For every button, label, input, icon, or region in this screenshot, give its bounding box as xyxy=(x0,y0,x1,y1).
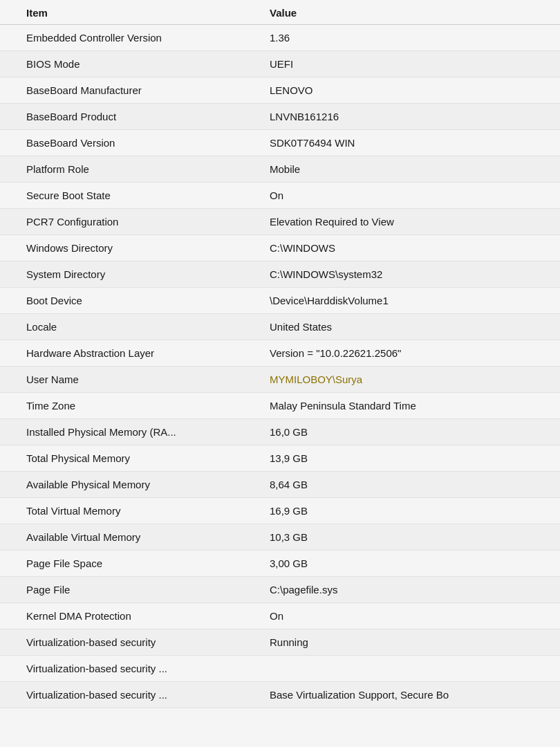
table-row: BaseBoard ManufacturerLENOVO xyxy=(0,77,560,104)
row-item-label: Hardware Abstraction Layer xyxy=(0,346,263,360)
row-item-label: Windows Directory xyxy=(0,241,263,255)
table-row: Platform RoleMobile xyxy=(0,156,560,183)
row-item-value: 10,3 GB xyxy=(263,530,560,544)
table-body: Embedded Controller Version1.36BIOS Mode… xyxy=(0,25,560,708)
row-item-value: LENOVO xyxy=(263,83,560,98)
table-row: Secure Boot StateOn xyxy=(0,183,560,209)
row-item-value: Base Virtualization Support, Secure Bo xyxy=(263,688,560,702)
row-item-label: Available Virtual Memory xyxy=(0,530,263,544)
row-item-label: Kernel DMA Protection xyxy=(0,609,263,623)
row-item-value: Elevation Required to View xyxy=(263,214,560,229)
table-row: Total Physical Memory13,9 GB xyxy=(0,445,560,472)
header-item: Item xyxy=(0,7,263,19)
table-row: Page File Space3,00 GB xyxy=(0,551,560,577)
table-row: System DirectoryC:\WINDOWS\system32 xyxy=(0,261,560,288)
row-item-label: Installed Physical Memory (RA... xyxy=(0,425,263,439)
row-item-label: Virtualization-based security ... xyxy=(0,661,263,676)
row-item-label: PCR7 Configuration xyxy=(0,214,263,229)
table-row: BaseBoard ProductLNVNB161216 xyxy=(0,104,560,130)
row-item-label: Virtualization-based security ... xyxy=(0,688,263,702)
table-row: Available Virtual Memory10,3 GB xyxy=(0,524,560,551)
table-row: Virtualization-based securityRunning xyxy=(0,629,560,656)
table-row: LocaleUnited States xyxy=(0,314,560,340)
row-item-label: Virtualization-based security xyxy=(0,635,263,649)
row-item-value: 8,64 GB xyxy=(263,477,560,492)
row-item-label: User Name xyxy=(0,372,263,387)
table-row: Page FileC:\pagefile.sys xyxy=(0,577,560,603)
table-header: Item Value xyxy=(0,0,560,25)
table-row: Virtualization-based security ...Base Vi… xyxy=(0,682,560,708)
row-item-value: United States xyxy=(263,320,560,334)
row-item-value: On xyxy=(263,609,560,623)
system-info-table: Item Value Embedded Controller Version1.… xyxy=(0,0,560,708)
row-item-value: 16,9 GB xyxy=(263,504,560,518)
row-item-label: Secure Boot State xyxy=(0,188,263,203)
table-row: PCR7 ConfigurationElevation Required to … xyxy=(0,209,560,235)
row-item-value: Running xyxy=(263,635,560,649)
table-row: Embedded Controller Version1.36 xyxy=(0,25,560,51)
row-item-label: Page File Space xyxy=(0,556,263,571)
table-row: Hardware Abstraction LayerVersion = "10.… xyxy=(0,340,560,367)
row-item-label: Total Virtual Memory xyxy=(0,504,263,518)
row-item-label: BIOS Mode xyxy=(0,57,263,71)
row-item-value: 1.36 xyxy=(263,30,560,45)
row-item-label: Platform Role xyxy=(0,162,263,176)
row-item-value: Version = "10.0.22621.2506" xyxy=(263,346,560,360)
row-item-value: C:\pagefile.sys xyxy=(263,582,560,597)
row-item-label: System Directory xyxy=(0,267,263,282)
table-row: User NameMYMILOBOY\Surya xyxy=(0,367,560,393)
table-row: Time ZoneMalay Peninsula Standard Time xyxy=(0,393,560,419)
table-row: BIOS ModeUEFI xyxy=(0,51,560,77)
row-item-label: BaseBoard Version xyxy=(0,136,263,150)
row-item-label: BaseBoard Product xyxy=(0,109,263,124)
row-item-value: UEFI xyxy=(263,57,560,71)
table-row: BaseBoard VersionSDK0T76494 WIN xyxy=(0,130,560,156)
row-item-value: 3,00 GB xyxy=(263,556,560,571)
row-item-value: LNVNB161216 xyxy=(263,109,560,124)
row-item-value: SDK0T76494 WIN xyxy=(263,136,560,150)
table-row: Boot Device\Device\HarddiskVolume1 xyxy=(0,288,560,314)
row-item-value: On xyxy=(263,188,560,203)
row-item-value: C:\WINDOWS\system32 xyxy=(263,267,560,282)
table-row: Total Virtual Memory16,9 GB xyxy=(0,498,560,524)
table-row: Windows DirectoryC:\WINDOWS xyxy=(0,235,560,261)
table-row: Virtualization-based security ... xyxy=(0,656,560,682)
row-item-label: Available Physical Memory xyxy=(0,477,263,492)
row-item-label: Time Zone xyxy=(0,398,263,413)
row-item-label: BaseBoard Manufacturer xyxy=(0,83,263,98)
row-item-label: Page File xyxy=(0,582,263,597)
row-item-label: Locale xyxy=(0,320,263,334)
table-row: Kernel DMA ProtectionOn xyxy=(0,603,560,629)
row-item-value: Malay Peninsula Standard Time xyxy=(263,398,560,413)
row-item-label: Total Physical Memory xyxy=(0,451,263,465)
row-item-value: C:\WINDOWS xyxy=(263,241,560,255)
table-row: Available Physical Memory8,64 GB xyxy=(0,472,560,498)
row-item-value: MYMILOBOY\Surya xyxy=(263,372,560,387)
row-item-value: Mobile xyxy=(263,162,560,176)
row-item-label: Embedded Controller Version xyxy=(0,30,263,45)
row-item-value: 13,9 GB xyxy=(263,451,560,465)
row-item-value: \Device\HarddiskVolume1 xyxy=(263,293,560,308)
table-row: Installed Physical Memory (RA...16,0 GB xyxy=(0,419,560,445)
row-item-label: Boot Device xyxy=(0,293,263,308)
row-item-value: 16,0 GB xyxy=(263,425,560,439)
header-value: Value xyxy=(263,7,560,19)
